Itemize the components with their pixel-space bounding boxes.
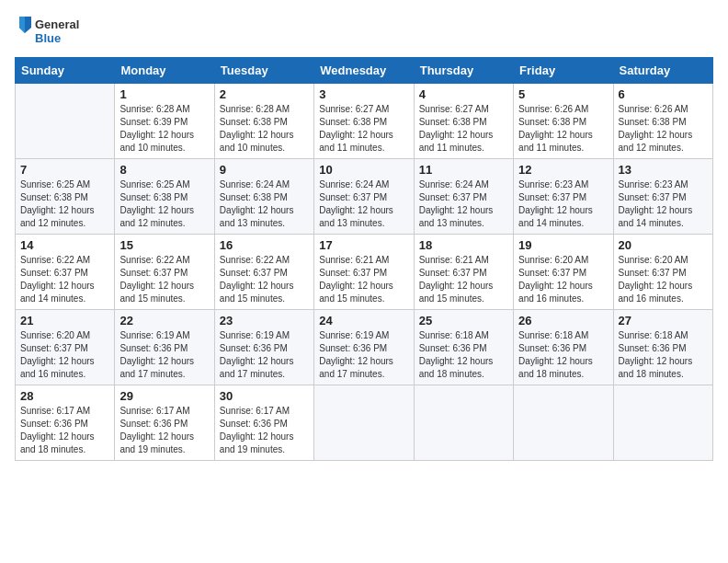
- page-header: General Blue: [15, 15, 713, 48]
- day-info: Sunrise: 6:17 AMSunset: 6:36 PMDaylight:…: [220, 405, 309, 456]
- day-info: Sunrise: 6:22 AMSunset: 6:37 PMDaylight:…: [220, 254, 309, 305]
- svg-text:General: General: [35, 17, 79, 31]
- day-info: Sunrise: 6:18 AMSunset: 6:36 PMDaylight:…: [518, 329, 608, 381]
- day-info: Sunrise: 6:19 AMSunset: 6:36 PMDaylight:…: [319, 329, 408, 381]
- day-info: Sunrise: 6:22 AMSunset: 6:37 PMDaylight:…: [20, 254, 109, 305]
- day-number: 2: [220, 87, 309, 101]
- week-row-4: 21Sunrise: 6:20 AMSunset: 6:37 PMDayligh…: [16, 310, 713, 385]
- calendar-cell: 13Sunrise: 6:23 AMSunset: 6:37 PMDayligh…: [613, 159, 712, 235]
- day-info: Sunrise: 6:17 AMSunset: 6:36 PMDaylight:…: [119, 405, 209, 456]
- calendar-cell: 20Sunrise: 6:20 AMSunset: 6:37 PMDayligh…: [613, 235, 712, 310]
- day-number: 27: [619, 314, 708, 327]
- calendar-cell: 23Sunrise: 6:19 AMSunset: 6:36 PMDayligh…: [214, 310, 313, 385]
- day-number: 12: [518, 163, 608, 177]
- calendar-cell: [414, 385, 513, 461]
- day-info: Sunrise: 6:20 AMSunset: 6:37 PMDaylight:…: [20, 329, 109, 381]
- day-number: 29: [119, 389, 209, 403]
- day-info: Sunrise: 6:20 AMSunset: 6:37 PMDaylight:…: [619, 254, 708, 305]
- day-number: 10: [319, 163, 408, 177]
- day-number: 24: [319, 314, 408, 327]
- day-number: 5: [518, 87, 608, 101]
- day-number: 11: [419, 163, 508, 177]
- weekday-header-row: SundayMondayTuesdayWednesdayThursdayFrid…: [16, 58, 713, 84]
- calendar-cell: 9Sunrise: 6:24 AMSunset: 6:38 PMDaylight…: [214, 159, 313, 235]
- day-info: Sunrise: 6:27 AMSunset: 6:38 PMDaylight:…: [419, 103, 508, 155]
- calendar-cell: 16Sunrise: 6:22 AMSunset: 6:37 PMDayligh…: [214, 235, 313, 310]
- calendar-cell: [613, 385, 712, 461]
- day-number: 26: [518, 314, 608, 327]
- calendar-cell: 8Sunrise: 6:25 AMSunset: 6:38 PMDaylight…: [115, 159, 214, 235]
- day-number: 3: [319, 87, 408, 101]
- day-number: 28: [20, 389, 109, 403]
- calendar-cell: 19Sunrise: 6:20 AMSunset: 6:37 PMDayligh…: [514, 235, 613, 310]
- day-number: 1: [119, 87, 209, 101]
- calendar-cell: 27Sunrise: 6:18 AMSunset: 6:36 PMDayligh…: [613, 310, 712, 385]
- day-number: 17: [319, 238, 408, 252]
- calendar-cell: 1Sunrise: 6:28 AMSunset: 6:39 PMDaylight…: [115, 84, 214, 159]
- day-number: 8: [119, 163, 209, 177]
- day-number: 13: [619, 163, 708, 177]
- day-info: Sunrise: 6:24 AMSunset: 6:38 PMDaylight:…: [220, 178, 309, 230]
- day-info: Sunrise: 6:28 AMSunset: 6:39 PMDaylight:…: [119, 103, 209, 155]
- day-info: Sunrise: 6:23 AMSunset: 6:37 PMDaylight:…: [619, 178, 708, 230]
- day-number: 4: [419, 87, 508, 101]
- day-info: Sunrise: 6:21 AMSunset: 6:37 PMDaylight:…: [319, 254, 408, 305]
- calendar-cell: 21Sunrise: 6:20 AMSunset: 6:37 PMDayligh…: [16, 310, 115, 385]
- logo-svg: General Blue: [15, 15, 88, 48]
- day-number: 22: [119, 314, 209, 327]
- week-row-3: 14Sunrise: 6:22 AMSunset: 6:37 PMDayligh…: [16, 235, 713, 310]
- weekday-header-friday: Friday: [514, 58, 613, 84]
- calendar-cell: 10Sunrise: 6:24 AMSunset: 6:37 PMDayligh…: [314, 159, 414, 235]
- calendar-cell: 30Sunrise: 6:17 AMSunset: 6:36 PMDayligh…: [214, 385, 313, 461]
- calendar-cell: 18Sunrise: 6:21 AMSunset: 6:37 PMDayligh…: [414, 235, 513, 310]
- day-info: Sunrise: 6:26 AMSunset: 6:38 PMDaylight:…: [518, 103, 608, 155]
- day-number: 14: [20, 238, 109, 252]
- day-info: Sunrise: 6:25 AMSunset: 6:38 PMDaylight:…: [20, 178, 109, 230]
- calendar-cell: 5Sunrise: 6:26 AMSunset: 6:38 PMDaylight…: [514, 84, 613, 159]
- weekday-header-wednesday: Wednesday: [314, 58, 414, 84]
- calendar-cell: 7Sunrise: 6:25 AMSunset: 6:38 PMDaylight…: [16, 159, 115, 235]
- week-row-5: 28Sunrise: 6:17 AMSunset: 6:36 PMDayligh…: [16, 385, 713, 461]
- day-number: 18: [419, 238, 508, 252]
- calendar-cell: 22Sunrise: 6:19 AMSunset: 6:36 PMDayligh…: [115, 310, 214, 385]
- day-number: 30: [220, 389, 309, 403]
- weekday-header-monday: Monday: [115, 58, 214, 84]
- day-info: Sunrise: 6:24 AMSunset: 6:37 PMDaylight:…: [319, 178, 408, 230]
- logo: General Blue: [15, 15, 88, 48]
- day-info: Sunrise: 6:21 AMSunset: 6:37 PMDaylight:…: [419, 254, 508, 305]
- day-info: Sunrise: 6:19 AMSunset: 6:36 PMDaylight:…: [119, 329, 209, 381]
- day-info: Sunrise: 6:17 AMSunset: 6:36 PMDaylight:…: [20, 405, 109, 456]
- day-number: 25: [419, 314, 508, 327]
- weekday-header-saturday: Saturday: [613, 58, 712, 84]
- day-number: 21: [20, 314, 109, 327]
- week-row-2: 7Sunrise: 6:25 AMSunset: 6:38 PMDaylight…: [16, 159, 713, 235]
- weekday-header-thursday: Thursday: [414, 58, 513, 84]
- calendar-cell: 24Sunrise: 6:19 AMSunset: 6:36 PMDayligh…: [314, 310, 414, 385]
- day-info: Sunrise: 6:19 AMSunset: 6:36 PMDaylight:…: [220, 329, 309, 381]
- calendar-cell: [16, 84, 115, 159]
- day-number: 16: [220, 238, 309, 252]
- day-info: Sunrise: 6:20 AMSunset: 6:37 PMDaylight:…: [518, 254, 608, 305]
- day-number: 20: [619, 238, 708, 252]
- day-number: 6: [619, 87, 708, 101]
- calendar-cell: 2Sunrise: 6:28 AMSunset: 6:38 PMDaylight…: [214, 84, 313, 159]
- day-number: 15: [119, 238, 209, 252]
- day-info: Sunrise: 6:28 AMSunset: 6:38 PMDaylight:…: [220, 103, 309, 155]
- day-info: Sunrise: 6:27 AMSunset: 6:38 PMDaylight:…: [319, 103, 408, 155]
- svg-marker-3: [19, 17, 25, 33]
- day-info: Sunrise: 6:26 AMSunset: 6:38 PMDaylight:…: [619, 103, 708, 155]
- day-number: 9: [220, 163, 309, 177]
- day-info: Sunrise: 6:24 AMSunset: 6:37 PMDaylight:…: [419, 178, 508, 230]
- day-info: Sunrise: 6:22 AMSunset: 6:37 PMDaylight:…: [119, 254, 209, 305]
- calendar-cell: 6Sunrise: 6:26 AMSunset: 6:38 PMDaylight…: [613, 84, 712, 159]
- calendar-cell: 11Sunrise: 6:24 AMSunset: 6:37 PMDayligh…: [414, 159, 513, 235]
- calendar-table: SundayMondayTuesdayWednesdayThursdayFrid…: [15, 57, 713, 461]
- week-row-1: 1Sunrise: 6:28 AMSunset: 6:39 PMDaylight…: [16, 84, 713, 159]
- day-info: Sunrise: 6:18 AMSunset: 6:36 PMDaylight:…: [419, 329, 508, 381]
- day-number: 7: [20, 163, 109, 177]
- day-info: Sunrise: 6:18 AMSunset: 6:36 PMDaylight:…: [619, 329, 708, 381]
- calendar-cell: 4Sunrise: 6:27 AMSunset: 6:38 PMDaylight…: [414, 84, 513, 159]
- calendar-cell: 14Sunrise: 6:22 AMSunset: 6:37 PMDayligh…: [16, 235, 115, 310]
- day-info: Sunrise: 6:23 AMSunset: 6:37 PMDaylight:…: [518, 178, 608, 230]
- day-number: 19: [518, 238, 608, 252]
